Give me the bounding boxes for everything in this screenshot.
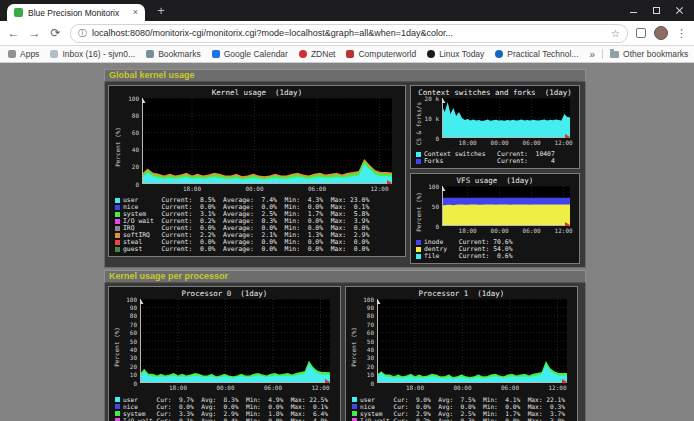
- plot-region: 010203040506070809010018:0000:0006:0012:…: [357, 299, 573, 394]
- bookmark-item[interactable]: Linux Today: [427, 49, 484, 59]
- legend-row: nice Cur: 0.0% Avg: 0.0% Min: 0.0% Max: …: [352, 403, 573, 410]
- graph-legend: user Current: 8.5% Average: 7.4% Min: 4.…: [113, 197, 401, 253]
- y-tick-label: 50: [357, 339, 374, 345]
- bookmark-item[interactable]: ZDNet: [299, 49, 336, 59]
- profile-avatar[interactable]: [654, 26, 668, 40]
- legend-text: system Cur: 2.9% Avg: 2.5% Min: 1.7% Max…: [360, 410, 565, 417]
- x-tick-label: 18:00: [166, 384, 190, 391]
- section-header: Kernel usage per processor: [104, 270, 586, 283]
- url-text[interactable]: localhost:8080/monitorix-cgi/monitorix.c…: [92, 28, 606, 38]
- legend-text: file Current: 0.6%: [424, 253, 513, 260]
- browser-menu-icon[interactable]: ⋮: [676, 27, 687, 40]
- legend-color-swatch: [416, 240, 421, 245]
- bookmark-item[interactable]: Google Calendar: [212, 49, 288, 59]
- graph-legend: user Cur: 9.0% Avg: 7.5% Min: 4.1% Max: …: [350, 396, 573, 421]
- bookmark-item[interactable]: Computerworld: [346, 49, 416, 59]
- penguin-icon: [427, 50, 435, 58]
- bookmark-item[interactable]: Bookmarks: [146, 49, 201, 59]
- section-title: Global kernel usage: [105, 70, 585, 81]
- plot-region: 010203040506070809010018:0000:0006:0012:…: [120, 299, 336, 394]
- graph-context-switches[interactable]: Context switches and forks (1day)CS & fo…: [410, 85, 580, 169]
- legend-color-swatch: [115, 397, 120, 402]
- mail-icon: [50, 50, 58, 58]
- legend-color-swatch: [352, 397, 357, 402]
- zdnet-icon: [299, 50, 307, 58]
- forward-icon[interactable]: →: [28, 27, 41, 39]
- calendar-icon: [212, 50, 220, 58]
- plot-canvas: [442, 98, 570, 138]
- legend-text: I/O wait Cur: 0.2% Avg: 0.3% Min: 0.0% M…: [360, 417, 565, 421]
- tab-close-icon[interactable]: ×: [133, 8, 138, 17]
- y-tick-label: 80: [122, 113, 139, 119]
- legend-color-swatch: [115, 226, 120, 231]
- y-tick-label: 100: [120, 297, 137, 303]
- legend-row: I/O wait Cur: 0.2% Avg: 0.3% Min: 0.0% M…: [352, 417, 573, 421]
- x-tick-label: 00:00: [214, 384, 238, 391]
- section-global-kernel-usage: Global kernel usage Kernel usage (1day)P…: [104, 69, 586, 268]
- graph-processor-0[interactable]: Processor 0 (1day)Percent (%)01020304050…: [108, 286, 341, 421]
- other-bookmarks-button[interactable]: Other bookmarks: [610, 49, 688, 59]
- legend-row: system Cur: 2.9% Avg: 2.5% Min: 1.7% Max…: [352, 410, 573, 417]
- browser-window: Blue Precision Monitorix × + ← → ⟳ ⓘ loc…: [0, 0, 694, 421]
- y-tick-label: 10: [120, 372, 137, 378]
- section-title: Kernel usage per processor: [105, 271, 585, 282]
- page-info-icon[interactable]: ⓘ: [78, 27, 87, 40]
- graph-kernel-usage[interactable]: Kernel usage (1day)Percent (%)0204060801…: [108, 85, 406, 257]
- page-content: Global kernel usage Kernel usage (1day)P…: [0, 63, 694, 421]
- y-tick-label: 40: [120, 347, 137, 353]
- y-tick-label: 0: [120, 381, 137, 387]
- legend-color-swatch: [115, 411, 120, 416]
- reload-icon[interactable]: ⟳: [49, 27, 62, 39]
- apps-grid-icon: [8, 50, 16, 58]
- y-tick-label: 50: [422, 204, 439, 210]
- y-axis-label: Percent (%): [113, 299, 120, 394]
- plot-region: 010 k20 k18:0000:0006:0012:00: [422, 98, 576, 149]
- extension-icon[interactable]: [636, 28, 646, 38]
- y-tick-label: 100: [422, 184, 439, 190]
- y-tick-label: 30: [357, 355, 374, 361]
- legend-color-swatch: [115, 247, 120, 252]
- bookmark-label: Google Calendar: [224, 49, 288, 59]
- computerworld-icon: [346, 50, 354, 58]
- legend-row: nice Cur: 0.0% Avg: 0.0% Min: 0.0% Max: …: [115, 403, 336, 410]
- window-close-button[interactable]: [675, 6, 684, 15]
- new-tab-button[interactable]: +: [153, 3, 169, 19]
- legend-text: Forks Current: 4: [424, 158, 555, 165]
- bookmark-label: Bookmarks: [158, 49, 201, 59]
- legend-color-swatch: [115, 233, 120, 238]
- x-tick-label: 12:00: [552, 227, 576, 234]
- legend-row: user Cur: 9.0% Avg: 7.5% Min: 4.1% Max: …: [352, 396, 573, 403]
- y-axis-label: Percent (%): [414, 186, 422, 237]
- bookmark-item[interactable]: Apps: [8, 49, 39, 59]
- graph-vfs-usage[interactable]: VFS usage (1day)Percent (%)05010018:0000…: [410, 173, 580, 264]
- x-tick-label: 00:00: [451, 384, 475, 391]
- y-tick-label: 70: [357, 322, 374, 328]
- legend-row: user Cur: 9.7% Avg: 8.3% Min: 4.9% Max: …: [115, 396, 336, 403]
- bookmark-label: Practical Technol...: [507, 49, 578, 59]
- legend-text: nice Cur: 0.0% Avg: 0.0% Min: 0.0% Max: …: [123, 403, 328, 410]
- y-tick-label: 100: [122, 96, 139, 102]
- window-minimize-button[interactable]: [629, 6, 638, 15]
- graphs-right-column: Context switches and forks (1day)CS & fo…: [410, 85, 580, 264]
- browser-tab[interactable]: Blue Precision Monitorix ×: [7, 4, 145, 21]
- graph-processor-1[interactable]: Processor 1 (1day)Percent (%)01020304050…: [345, 286, 578, 421]
- address-bar[interactable]: ⓘ localhost:8080/monitorix-cgi/monitorix…: [70, 24, 628, 43]
- bookmark-item[interactable]: Inbox (16) - sjvn0...: [50, 49, 135, 59]
- legend-color-swatch: [115, 198, 120, 203]
- y-tick-label: 30: [120, 355, 137, 361]
- x-tick-label: 18:00: [180, 185, 204, 192]
- legend-color-swatch: [352, 404, 357, 409]
- y-tick-label: 0: [422, 224, 439, 230]
- bookmark-item[interactable]: Practical Technol...: [495, 49, 578, 59]
- graph-title: Processor 0 (1day): [113, 289, 336, 299]
- bookmark-star-icon[interactable]: ☆: [611, 28, 620, 39]
- legend-color-swatch: [115, 404, 120, 409]
- tab-strip: Blue Precision Monitorix × +: [0, 0, 694, 21]
- tab-title: Blue Precision Monitorix: [28, 8, 128, 18]
- legend-color-swatch: [416, 254, 421, 259]
- window-maximize-button[interactable]: [652, 6, 661, 15]
- back-icon[interactable]: ←: [7, 27, 20, 39]
- bookmarks-overflow-icon[interactable]: »: [590, 49, 596, 60]
- bookmark-label: ZDNet: [311, 49, 336, 59]
- x-tick-label: 06:00: [520, 227, 544, 234]
